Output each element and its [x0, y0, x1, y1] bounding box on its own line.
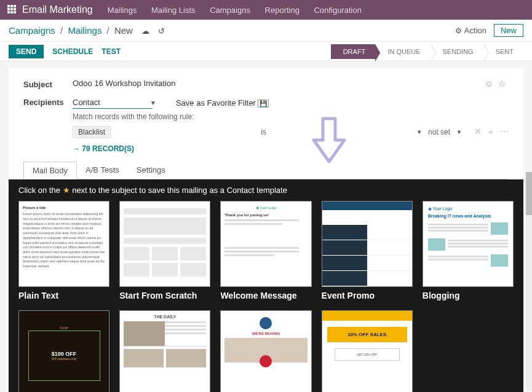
breadcrumb-campaigns[interactable]: Campaigns — [9, 25, 55, 36]
template-name: Start From Scratch — [119, 291, 210, 300]
template-welcome-message[interactable]: ◉ Your Logo Thank you for joining us! We… — [220, 201, 311, 300]
template-daily[interactable]: THE DAILY — [119, 310, 210, 392]
form-area: ☺ ☆ Subject Recipients ▼ Save as Favorit… — [9, 68, 523, 179]
templates-panel: Click on the ★ next to the subject to sa… — [9, 179, 523, 392]
favorite-star-icon[interactable]: ☆ — [498, 79, 506, 88]
template-vip[interactable]: V.I.P $100 OFF VIP members only — [18, 310, 109, 392]
apps-grid-icon[interactable] — [7, 5, 17, 15]
match-rule-text: Match records with the following rule: — [73, 112, 509, 121]
more-rule-icon[interactable]: ⋯ — [500, 127, 509, 138]
tab-settings[interactable]: Settings — [128, 162, 174, 179]
stage-sending[interactable]: SENDING — [431, 44, 483, 59]
chevron-down-icon[interactable]: ▼ — [150, 100, 156, 106]
template-thumb: ◉ Your Logo Breaking IT news and Analysi… — [423, 201, 514, 287]
subject-input[interactable] — [73, 79, 319, 88]
schedule-button[interactable]: SCHEDULE — [52, 45, 93, 58]
menu-mailing-lists[interactable]: Mailing Lists — [151, 6, 196, 15]
filter-field-tag[interactable]: Blacklist — [73, 126, 111, 138]
filter-row: Blacklist is ▼ not set ▼ ✕ ＋ ⋯ — [73, 126, 509, 138]
template-plain-text[interactable]: Picture a title Lorem ipsum dolor sit am… — [18, 201, 109, 300]
breadcrumb-current: New — [114, 25, 133, 36]
recipients-select[interactable] — [73, 96, 153, 109]
template-thumb: V.I.P $100 OFF VIP members only — [18, 310, 109, 392]
template-tip: Click on the ★ next to the subject to sa… — [18, 186, 514, 195]
stage-sent[interactable]: SENT — [483, 44, 523, 59]
template-thumb: WE'RE MOVING — [220, 310, 311, 392]
records-link[interactable]: 79 RECORD(S) — [73, 144, 509, 153]
recipients-label: Recipients — [23, 96, 73, 107]
template-thumb: 10% OFF SALES GET 10% OFF — [322, 310, 413, 392]
template-event-promo[interactable]: Event Promo — [322, 201, 413, 300]
topbar: Email Marketing Mailings Mailing Lists C… — [0, 0, 532, 20]
template-thumb: THE DAILY — [119, 310, 210, 392]
star-icon: ★ — [63, 186, 70, 195]
tabs: Mail Body A/B Tests Settings — [23, 162, 509, 179]
breadcrumb-mailings[interactable]: Mailings — [68, 25, 101, 36]
template-thumb: ◉ Your Logo Thank you for joining us! — [220, 201, 311, 287]
topbar-menu: Mailings Mailing Lists Campaigns Reporti… — [108, 6, 374, 15]
template-moving[interactable]: WE'RE MOVING — [220, 310, 311, 392]
discard-icon[interactable]: ↺ — [158, 26, 165, 36]
action-dropdown[interactable]: Action — [455, 26, 486, 35]
template-blogging[interactable]: ◉ Your Logo Breaking IT news and Analysi… — [423, 201, 514, 300]
template-thumb: Picture a title Lorem ipsum dolor sit am… — [18, 201, 109, 287]
add-rule-icon[interactable]: ＋ — [486, 127, 495, 138]
status-stages: DRAFT IN QUEUE SENDING SENT — [331, 44, 523, 59]
stage-draft[interactable]: DRAFT — [331, 44, 376, 59]
save-icon: 💾 — [258, 100, 269, 108]
send-button[interactable]: SEND — [9, 45, 44, 58]
filter-operator[interactable]: is — [117, 128, 410, 136]
menu-configuration[interactable]: Configuration — [314, 6, 362, 15]
template-name: Blogging — [423, 291, 514, 300]
chevron-down-icon[interactable]: ▼ — [416, 129, 422, 135]
delete-rule-icon[interactable]: ✕ — [474, 127, 482, 138]
menu-campaigns[interactable]: Campaigns — [210, 6, 250, 15]
breadcrumb-bar: Campaigns / Mailings / New ☁ ↺ Action Ne… — [0, 20, 532, 42]
template-name: Event Promo — [322, 291, 413, 300]
stage-in-queue[interactable]: IN QUEUE — [375, 44, 430, 59]
template-thumb — [119, 201, 210, 287]
template-discount[interactable]: 10% OFF SALES GET 10% OFF — [322, 310, 413, 392]
template-start-from-scratch[interactable]: Start From Scratch — [119, 201, 210, 300]
vertical-scrollbar[interactable] — [526, 172, 532, 391]
template-empty-slot — [423, 310, 514, 392]
cloud-upload-icon[interactable]: ☁ — [141, 26, 149, 36]
menu-reporting[interactable]: Reporting — [265, 6, 300, 15]
template-thumb — [322, 201, 413, 287]
subject-label: Subject — [23, 79, 73, 89]
tab-mail-body[interactable]: Mail Body — [23, 162, 77, 179]
filter-value[interactable]: not set — [428, 128, 450, 136]
template-name: Welcome Message — [220, 291, 311, 300]
chevron-down-icon[interactable]: ▼ — [456, 129, 462, 135]
app-title: Email Marketing — [22, 4, 93, 15]
statusbar: SEND SCHEDULE TEST DRAFT IN QUEUE SENDIN… — [0, 42, 532, 61]
save-favorite-filter[interactable]: Save as Favorite Filter💾 — [176, 98, 269, 108]
new-button[interactable]: New — [494, 24, 523, 37]
template-name: Plain Text — [18, 291, 109, 300]
emoji-icon[interactable]: ☺ — [485, 79, 493, 88]
menu-mailings[interactable]: Mailings — [108, 6, 137, 15]
breadcrumb: Campaigns / Mailings / New ☁ ↺ — [9, 25, 165, 36]
test-button[interactable]: TEST — [101, 45, 121, 58]
tab-ab-tests[interactable]: A/B Tests — [77, 162, 128, 179]
